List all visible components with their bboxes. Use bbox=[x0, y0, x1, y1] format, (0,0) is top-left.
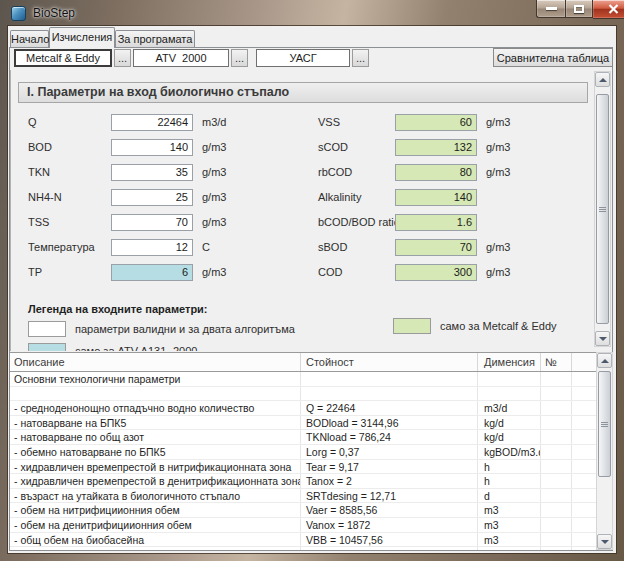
left-field-column: Q 22464 m3/d BOD 140 g/m3 TKN bbox=[28, 113, 226, 281]
close-button[interactable] bbox=[593, 0, 624, 19]
row-extra bbox=[572, 533, 596, 547]
row-value: BODload = 3144,96 bbox=[301, 416, 478, 430]
table-row[interactable]: - възраст на утайката в биологичното стъ… bbox=[10, 489, 596, 504]
field-input[interactable]: 70 bbox=[395, 239, 477, 256]
column-header-value[interactable]: Стойност bbox=[301, 353, 478, 371]
field-unit: g/m3 bbox=[486, 241, 510, 253]
field-input[interactable]: 12 bbox=[111, 239, 193, 256]
scroll-down-button[interactable] bbox=[597, 534, 612, 549]
row-description: - възраст на утайката в биологичното стъ… bbox=[10, 489, 301, 503]
field-unit: g/m3 bbox=[486, 116, 510, 128]
field-input[interactable]: 300 bbox=[395, 264, 477, 281]
field-label: COD bbox=[318, 266, 395, 278]
row-extra bbox=[572, 547, 596, 550]
row-number bbox=[541, 372, 572, 386]
scroll-thumb[interactable] bbox=[596, 94, 609, 324]
metcalf-more-button[interactable]: ... bbox=[114, 49, 131, 67]
tab-page: Metcalf & Eddy ... ATV 2000 ... УАСГ ...… bbox=[9, 47, 613, 551]
scroll-up-button[interactable] bbox=[595, 72, 610, 87]
table-row[interactable]: Основни технологични параметри bbox=[10, 372, 596, 387]
field-unit: g/m3 bbox=[202, 191, 226, 203]
row-value: Tear = 9,17 bbox=[301, 460, 478, 474]
field-input[interactable]: 140 bbox=[111, 139, 193, 156]
field-unit: g/m3 bbox=[202, 266, 226, 278]
white-swatch bbox=[28, 321, 66, 337]
field-label: rbCOD bbox=[318, 166, 395, 178]
maximize-icon bbox=[574, 5, 584, 13]
uasg-more-button[interactable]: ... bbox=[352, 49, 369, 67]
tab-izchisleniya[interactable]: Изчисления bbox=[49, 27, 115, 48]
row-dimension bbox=[478, 387, 541, 401]
row-extra bbox=[572, 372, 596, 386]
field-unit: C bbox=[202, 241, 210, 253]
field-input[interactable]: 80 bbox=[395, 164, 477, 181]
row-value: Vanox = 1872 bbox=[301, 518, 478, 532]
column-header-number[interactable]: № bbox=[541, 353, 572, 371]
field-label: Температура bbox=[28, 241, 111, 253]
uasg-button[interactable]: УАСГ bbox=[256, 49, 350, 67]
field-row: TKN 35 g/m3 bbox=[28, 163, 226, 181]
panel-scrollbar bbox=[594, 71, 611, 347]
column-header-dimension[interactable]: Дименсия bbox=[478, 353, 541, 371]
row-extra bbox=[572, 387, 596, 401]
table-row[interactable]: - обемно натоварване по БПК5 Lorg = 0,37… bbox=[10, 445, 596, 460]
field-input[interactable]: 22464 bbox=[111, 114, 193, 131]
column-header-description[interactable]: Описание bbox=[10, 353, 301, 371]
row-extra bbox=[572, 445, 596, 459]
row-dimension: kgBOD/m3.d bbox=[478, 445, 541, 459]
field-row: TP 6 g/m3 bbox=[28, 263, 226, 281]
row-description: - проектна концентрация на активната ута… bbox=[10, 547, 301, 550]
row-dimension: h bbox=[478, 460, 541, 474]
field-input[interactable]: 140 bbox=[395, 189, 477, 206]
table-row[interactable]: - проектна концентрация на активната ута… bbox=[10, 547, 596, 550]
row-description: - обем на денитрифициионния обем bbox=[10, 518, 301, 532]
field-input[interactable]: 1.6 bbox=[395, 214, 477, 231]
field-input[interactable]: 35 bbox=[111, 164, 193, 181]
scroll-down-button[interactable] bbox=[595, 331, 610, 346]
scroll-up-button[interactable] bbox=[597, 353, 612, 368]
field-input[interactable]: 6 bbox=[111, 264, 193, 281]
row-dimension: kg/d bbox=[478, 430, 541, 444]
atv-2000-button[interactable]: ATV 2000 bbox=[133, 49, 229, 67]
atv-more-button[interactable]: ... bbox=[231, 49, 248, 67]
row-value bbox=[301, 387, 478, 401]
maximize-button[interactable] bbox=[565, 0, 593, 18]
field-row: TSS 70 g/m3 bbox=[28, 213, 226, 231]
field-input[interactable]: 60 bbox=[395, 114, 477, 131]
results-table: Описание Стойност Дименсия № Основни тех… bbox=[10, 352, 596, 550]
table-row[interactable]: - общ обем на биобасейна VBB = 10457,56 … bbox=[10, 533, 596, 548]
table-header: Описание Стойност Дименсия № bbox=[10, 353, 596, 372]
table-row[interactable]: - натоварване на БПК5 BODload = 3144,96 … bbox=[10, 416, 596, 431]
row-number bbox=[541, 489, 572, 503]
tab-nachalo[interactable]: Начало bbox=[10, 30, 49, 47]
field-input[interactable]: 132 bbox=[395, 139, 477, 156]
tab-za-programata[interactable]: За програмата bbox=[115, 30, 195, 47]
row-dimension: kg/d bbox=[478, 416, 541, 430]
field-input[interactable]: 70 bbox=[111, 214, 193, 231]
field-input[interactable]: 25 bbox=[111, 189, 193, 206]
field-unit: g/m3 bbox=[202, 166, 226, 178]
table-row[interactable]: - хидравличен времепрестой в нитрификаци… bbox=[10, 460, 596, 475]
field-label: sCOD bbox=[318, 141, 395, 153]
field-label: VSS bbox=[318, 116, 395, 128]
table-row[interactable]: - натоварване по общ азот TKNload = 786,… bbox=[10, 430, 596, 445]
row-dimension: m3 bbox=[478, 518, 541, 532]
row-description: - натоварване по общ азот bbox=[10, 430, 301, 444]
minimize-button[interactable] bbox=[536, 0, 565, 18]
row-description: - хидравличен времепрестой в денитрифика… bbox=[10, 474, 301, 488]
legend-title: Легенда на входните параметри: bbox=[28, 303, 208, 315]
table-row[interactable]: - обем на денитрифициионния обем Vanox =… bbox=[10, 518, 596, 533]
table-row[interactable]: - обем на нитрифициионния обем Vaer = 85… bbox=[10, 503, 596, 518]
table-row[interactable] bbox=[10, 387, 596, 402]
metcalf-eddy-button[interactable]: Metcalf & Eddy bbox=[14, 49, 112, 67]
table-row[interactable]: - средноденонощно отпадъчно водно количе… bbox=[10, 401, 596, 416]
titlebar[interactable]: BioStep bbox=[0, 0, 624, 26]
legend-label: само за Metcalf & Eddy bbox=[440, 320, 557, 332]
row-number bbox=[541, 445, 572, 459]
table-row[interactable]: - хидравличен времепрестой в денитрифика… bbox=[10, 474, 596, 489]
row-value bbox=[301, 372, 478, 386]
scroll-thumb[interactable] bbox=[598, 371, 611, 477]
compare-table-button[interactable]: Сравнителна таблица bbox=[493, 48, 613, 67]
row-extra bbox=[572, 518, 596, 532]
grip-icon bbox=[599, 207, 606, 212]
